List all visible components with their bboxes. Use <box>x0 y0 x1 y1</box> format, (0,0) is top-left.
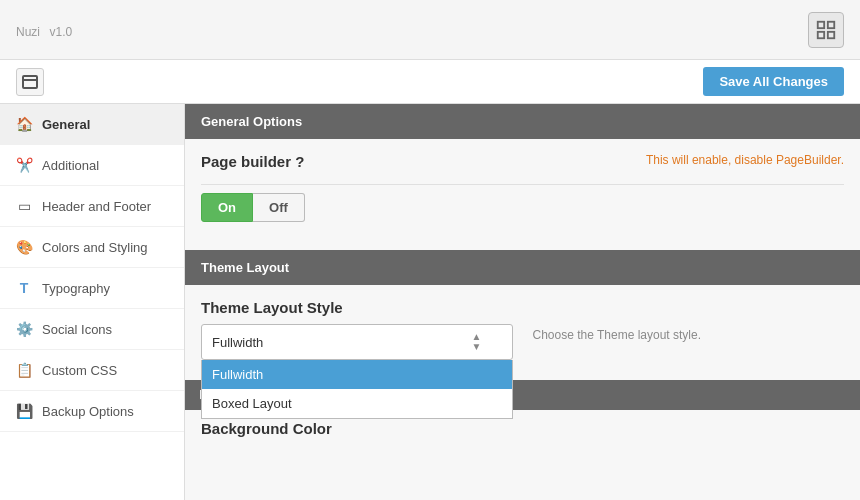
divider-1 <box>201 184 844 185</box>
social-icon: ⚙️ <box>14 319 34 339</box>
css-icon: 📋 <box>14 360 34 380</box>
header-footer-icon: ▭ <box>14 196 34 216</box>
app-version: v1.0 <box>50 25 73 39</box>
sidebar-item-custom-css[interactable]: 📋 Custom CSS <box>0 350 184 391</box>
general-options-header: General Options <box>185 104 860 139</box>
svg-rect-3 <box>818 31 824 37</box>
theme-layout-label: Theme Layout <box>201 260 289 275</box>
typography-icon: T <box>14 278 34 298</box>
toggle-off-button[interactable]: Off <box>253 193 305 222</box>
app-title: Nuzi v1.0 <box>16 18 72 41</box>
svg-rect-0 <box>818 21 824 27</box>
dropdown-list: Fullwidth Boxed Layout <box>201 360 513 419</box>
sidebar-label-custom-css: Custom CSS <box>42 363 117 378</box>
sidebar-label-typography: Typography <box>42 281 110 296</box>
sidebar-item-social-icons[interactable]: ⚙️ Social Icons <box>0 309 184 350</box>
select-arrow-icon: ▲▼ <box>472 332 482 352</box>
sidebar-label-backup-options: Backup Options <box>42 404 134 419</box>
layout-select[interactable]: Fullwidth ▲▼ <box>201 324 513 360</box>
additional-icon: ✂️ <box>14 155 34 175</box>
bg-color-label: Background Color <box>201 420 844 437</box>
main-layout: 🏠 General ✂️ Additional ▭ Header and Foo… <box>0 104 860 500</box>
menu-icon[interactable] <box>16 68 44 96</box>
colors-icon: 🎨 <box>14 237 34 257</box>
theme-layout-hint: Choose the Theme layout style. <box>533 324 845 342</box>
sidebar-label-social-icons: Social Icons <box>42 322 112 337</box>
select-col: Fullwidth ▲▼ Fullwidth Boxed Layout <box>201 324 513 360</box>
page-builder-label: Page builder ? <box>201 153 304 170</box>
sidebar-label-additional: Additional <box>42 158 99 173</box>
app-name: Nuzi <box>16 25 40 39</box>
home-icon: 🏠 <box>14 114 34 134</box>
general-options-label: General Options <box>201 114 302 129</box>
select-value: Fullwidth <box>212 335 263 350</box>
sidebar-item-backup-options[interactable]: 💾 Backup Options <box>0 391 184 432</box>
sidebar-label-general: General <box>42 117 90 132</box>
toggle-group: On Off <box>201 193 844 222</box>
dropdown-item-fullwidth[interactable]: Fullwidth <box>202 360 512 389</box>
sidebar-item-header-footer[interactable]: ▭ Header and Footer <box>0 186 184 227</box>
toggle-on-button[interactable]: On <box>201 193 253 222</box>
page-builder-section: Page builder ? This will enable, disable… <box>185 139 860 250</box>
svg-rect-1 <box>828 21 834 27</box>
toolbar: Save All Changes <box>0 60 860 104</box>
theme-layout-field-row: Fullwidth ▲▼ Fullwidth Boxed Layout Choo… <box>201 324 844 360</box>
sidebar-item-general[interactable]: 🏠 General <box>0 104 184 145</box>
settings-icon[interactable] <box>808 12 844 48</box>
dropdown-item-boxed[interactable]: Boxed Layout <box>202 389 512 418</box>
svg-rect-4 <box>23 76 37 88</box>
sidebar-item-typography[interactable]: T Typography <box>0 268 184 309</box>
page-builder-hint: This will enable, disable PageBuilder. <box>646 153 844 167</box>
sidebar: 🏠 General ✂️ Additional ▭ Header and Foo… <box>0 104 185 500</box>
theme-layout-header: Theme Layout <box>185 250 860 285</box>
sidebar-label-header-footer: Header and Footer <box>42 199 151 214</box>
sidebar-item-additional[interactable]: ✂️ Additional <box>0 145 184 186</box>
svg-rect-2 <box>828 31 834 37</box>
backup-icon: 💾 <box>14 401 34 421</box>
sidebar-label-colors-styling: Colors and Styling <box>42 240 148 255</box>
save-button[interactable]: Save All Changes <box>703 67 844 96</box>
sidebar-item-colors-styling[interactable]: 🎨 Colors and Styling <box>0 227 184 268</box>
theme-layout-style-label: Theme Layout Style <box>201 299 844 316</box>
app-header: Nuzi v1.0 <box>0 0 860 60</box>
layout-select-wrapper: Fullwidth ▲▼ Fullwidth Boxed Layout <box>201 324 513 360</box>
content-area: General Options Page builder ? This will… <box>185 104 860 500</box>
theme-layout-section: Theme Layout Style Fullwidth ▲▼ Fullwidt… <box>185 285 860 378</box>
